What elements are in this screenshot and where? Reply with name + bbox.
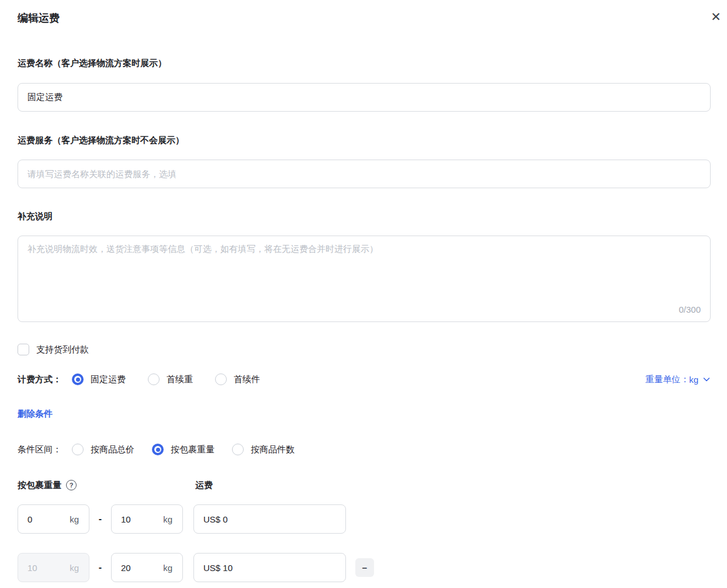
weight-to-input[interactable] <box>121 514 158 524</box>
unit-label: kg <box>70 563 79 573</box>
note-textarea[interactable] <box>18 236 710 321</box>
weight-unit-dropdown[interactable]: 重量单位： kg <box>645 374 711 385</box>
condition-range-row: 条件区间： 按商品总价 按包裹重量 按商品件数 <box>18 442 711 457</box>
billing-method-label: 计费方式： <box>18 374 61 385</box>
cod-row: 支持货到付款 <box>18 343 711 356</box>
note-label: 补充说明 <box>18 211 711 222</box>
condition-range-label: 条件区间： <box>18 444 61 455</box>
close-icon[interactable]: ✕ <box>707 8 725 26</box>
char-counter: 0/300 <box>678 305 701 314</box>
radio-label: 按包裹重量 <box>171 444 214 455</box>
shipping-name-label: 运费名称（客户选择物流方案时展示） <box>18 58 711 69</box>
shipping-name-input[interactable] <box>18 83 711 112</box>
condition-radio-group: 按商品总价 按包裹重量 按商品件数 <box>72 444 295 455</box>
billing-method-radio-group: 固定运费 首续重 首续件 <box>72 373 260 385</box>
fee-input[interactable] <box>203 563 336 573</box>
remove-tier-button[interactable]: − <box>355 558 374 577</box>
tier-table-headers: 按包裹重量 ? 运费 <box>18 479 711 492</box>
radio-label: 首续件 <box>234 374 260 385</box>
dialog-title: 编辑运费 <box>18 11 711 25</box>
weight-column-header: 按包裹重量 ? <box>18 480 195 491</box>
fee-box <box>193 504 346 534</box>
shipping-service-input[interactable] <box>18 160 711 188</box>
dialog-header: 编辑运费 ✕ <box>18 0 711 26</box>
weight-from-input <box>27 563 65 573</box>
cod-checkbox[interactable] <box>18 344 29 355</box>
radio-icon <box>232 444 244 455</box>
range-dash: - <box>89 514 111 524</box>
edit-shipping-dialog: 编辑运费 ✕ 运费名称（客户选择物流方案时展示） 运费服务（客户选择物流方案时不… <box>0 0 727 588</box>
radio-option-by-item-count[interactable]: 按商品件数 <box>232 444 295 455</box>
shipping-service-label: 运费服务（客户选择物流方案时不会展示） <box>18 135 711 146</box>
radio-icon <box>152 444 164 455</box>
radio-option-by-package-weight[interactable]: 按包裹重量 <box>152 444 214 455</box>
weight-from-box: kg <box>18 504 89 534</box>
weight-column-header-text: 按包裹重量 <box>18 480 61 491</box>
tier-row: kg - kg − <box>18 553 711 582</box>
cod-checkbox-label: 支持货到付款 <box>36 344 89 355</box>
radio-label: 按商品总价 <box>91 444 134 455</box>
weight-from-input[interactable] <box>27 514 65 524</box>
billing-method-row: 计费方式： 固定运费 首续重 首续件 重量单位： kg <box>18 372 711 387</box>
unit-label: kg <box>163 514 172 524</box>
radio-icon <box>148 373 160 385</box>
weight-to-box: kg <box>111 553 183 582</box>
help-icon[interactable]: ? <box>66 480 77 490</box>
radio-option-first-additional-piece[interactable]: 首续件 <box>215 373 260 385</box>
radio-icon <box>72 444 84 455</box>
weight-unit-label: 重量单位： <box>645 374 689 385</box>
weight-from-box: kg <box>18 553 89 582</box>
tier-row: kg - kg <box>18 504 711 534</box>
radio-label: 固定运费 <box>91 374 126 385</box>
weight-to-input[interactable] <box>121 563 158 573</box>
radio-label: 按商品件数 <box>251 444 295 455</box>
unit-label: kg <box>70 514 79 524</box>
fee-input[interactable] <box>203 514 336 524</box>
fee-column-header: 运费 <box>195 480 213 491</box>
weight-to-box: kg <box>111 504 183 534</box>
unit-label: kg <box>163 563 172 573</box>
chevron-down-icon <box>702 375 711 383</box>
fee-box <box>193 553 346 582</box>
radio-option-by-product-total[interactable]: 按商品总价 <box>72 444 134 455</box>
delete-condition-link[interactable]: 删除条件 <box>18 409 53 420</box>
radio-label: 首续重 <box>167 374 193 385</box>
weight-unit-value: kg <box>689 375 698 385</box>
radio-icon <box>72 373 84 385</box>
radio-icon <box>215 373 227 385</box>
radio-option-first-additional-weight[interactable]: 首续重 <box>148 373 193 385</box>
range-dash: - <box>89 562 111 573</box>
radio-option-fixed-fee[interactable]: 固定运费 <box>72 373 126 385</box>
note-textarea-wrap: 0/300 <box>18 236 711 322</box>
